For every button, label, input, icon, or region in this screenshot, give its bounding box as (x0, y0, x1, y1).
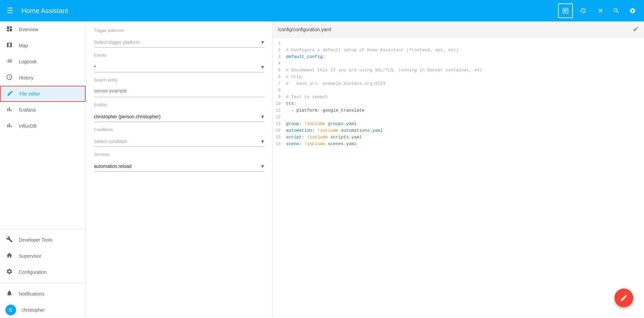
line-number: 13 (273, 121, 286, 127)
sidebar-item-overview[interactable]: Overview (0, 21, 86, 38)
search-button[interactable] (609, 3, 624, 18)
sidebar-item-notifications[interactable]: Notifications (0, 286, 86, 302)
sidebar-divider (0, 229, 86, 229)
line-number: 15 (273, 134, 286, 141)
services-dropdown[interactable]: automation.reload ▾ (94, 160, 264, 172)
supervisor-icon (5, 252, 13, 260)
line-number: 5 (273, 67, 286, 74)
line-content: - platform: google_translate (286, 107, 364, 114)
sidebar-item-configuration[interactable]: Configuration (0, 264, 86, 280)
events-dropdown[interactable]: * ▾ (94, 60, 264, 72)
sidebar-item-influxdb[interactable]: InfluxDB (0, 118, 86, 134)
conditions-dropdown[interactable]: Select condition ▾ (94, 135, 264, 147)
trigger-platforms-label: Trigger platforms (94, 28, 264, 33)
conditions-label: Conditions (94, 127, 264, 132)
code-line: 12 (273, 114, 644, 121)
sidebar-label-grafana: Grafana (19, 107, 36, 113)
main-content: Trigger platforms Select trigger platfor… (86, 21, 644, 318)
svg-rect-2 (564, 10, 567, 11)
line-content: tts: (286, 101, 296, 107)
line-number: 11 (273, 107, 286, 114)
trigger-platform-value: Select trigger platform (94, 40, 261, 45)
search-entity-field[interactable] (94, 85, 264, 97)
sidebar-label-christopher: christopher (21, 307, 45, 313)
sidebar-item-history[interactable]: History (0, 70, 86, 86)
search-entity-label: Search entity (94, 78, 264, 82)
sidebar-item-map[interactable]: Map (0, 38, 86, 54)
entities-label: Entities (94, 103, 264, 107)
line-content: group: !include groups.yaml (286, 121, 357, 127)
sidebar-item-grafana[interactable]: Grafana (0, 102, 86, 118)
line-number: 8 (273, 87, 286, 94)
configuration-icon (5, 268, 13, 276)
code-line: 6# http: (273, 74, 644, 80)
overview-icon (5, 25, 13, 34)
layout: Overview Map Logbook History File editor (0, 21, 644, 318)
topbar-right: ✕ (593, 3, 640, 18)
line-number: 10 (273, 101, 286, 107)
avatar: C (5, 305, 16, 315)
sidebar-item-supervisor[interactable]: Supervisor (0, 248, 86, 264)
line-content: scene: !include scenes.yaml (286, 141, 357, 147)
conditions-value: Select condition (94, 139, 261, 144)
tab-file-editor-icon[interactable] (558, 3, 573, 18)
code-line: 4 (273, 60, 644, 67)
sidebar-item-file-editor[interactable]: File editor (0, 86, 86, 102)
notifications-icon (5, 290, 13, 298)
sidebar-label-file-editor: File editor (19, 91, 40, 97)
search-entity-input[interactable] (94, 88, 264, 93)
line-content: # http: (286, 74, 304, 80)
code-line: 7# base_url: example.duckdns.org:8123 (273, 80, 644, 87)
sidebar-label-map: Map (19, 43, 28, 48)
events-label: Events (94, 53, 264, 58)
services-label: Services (94, 152, 264, 157)
sidebar-label-supervisor: Supervisor (19, 253, 41, 259)
code-line: 8 (273, 87, 644, 94)
sidebar-label-configuration: Configuration (19, 269, 47, 275)
line-number: 3 (273, 54, 286, 60)
sidebar-label-overview: Overview (19, 27, 38, 32)
svg-rect-1 (564, 9, 567, 10)
events-value: * (94, 64, 261, 70)
file-header: /config/configuration.yaml ✔ (273, 21, 644, 38)
code-line: 10tts: (273, 101, 644, 107)
entities-dropdown[interactable]: christopher (person.christopher) ▾ (94, 110, 264, 122)
code-line: 14automation: !include automations.yaml (273, 127, 644, 134)
map-icon (5, 42, 13, 50)
topbar: ☰ Home Assistant ✕ (0, 0, 644, 21)
history-icon[interactable] (576, 3, 590, 18)
sidebar-item-logbook[interactable]: Logbook (0, 54, 86, 70)
code-line: 13group: !include groups.yaml (273, 121, 644, 127)
fab-edit-button[interactable] (614, 289, 633, 307)
sidebar-item-developer-tools[interactable]: Developer Tools (0, 232, 86, 248)
line-content: automation: !include automations.yaml (286, 127, 383, 134)
services-arrow: ▾ (261, 163, 264, 170)
sidebar-label-logbook: Logbook (19, 59, 37, 64)
sidebar-label-notifications: Notifications (19, 291, 44, 297)
line-number: 14 (273, 127, 286, 134)
settings-button[interactable] (625, 3, 640, 18)
entities-value: christopher (person.christopher) (94, 114, 261, 119)
sidebar-item-christopher[interactable]: C christopher (0, 302, 86, 318)
grafana-icon (5, 106, 13, 114)
app-title: Home Assistant (21, 7, 555, 15)
line-number: 7 (273, 80, 286, 87)
line-number: 1 (273, 40, 286, 47)
influxdb-icon (5, 122, 13, 130)
code-line: 11 - platform: google_translate (273, 107, 644, 114)
code-editor[interactable]: 12# Configure a default setup of Home As… (273, 38, 644, 318)
code-line: 2# Configure a default setup of Home Ass… (273, 47, 644, 54)
trigger-platform-arrow: ▾ (261, 39, 264, 46)
developer-tools-icon (5, 236, 13, 244)
file-editor-icon (6, 90, 14, 98)
sidebar-label-history: History (19, 75, 34, 80)
menu-icon[interactable]: ☰ (4, 4, 16, 18)
left-panel: Trigger platforms Select trigger platfor… (86, 21, 273, 318)
code-line: 15script: !include scripts.yaml (273, 134, 644, 141)
right-panel: /config/configuration.yaml ✔ 12# Configu… (273, 21, 644, 318)
line-number: 2 (273, 47, 286, 54)
line-number: 4 (273, 60, 286, 67)
trigger-platform-dropdown[interactable]: Select trigger platform ▾ (94, 36, 264, 48)
close-button[interactable]: ✕ (593, 3, 608, 18)
code-line: 16scene: !include scenes.yaml (273, 141, 644, 147)
